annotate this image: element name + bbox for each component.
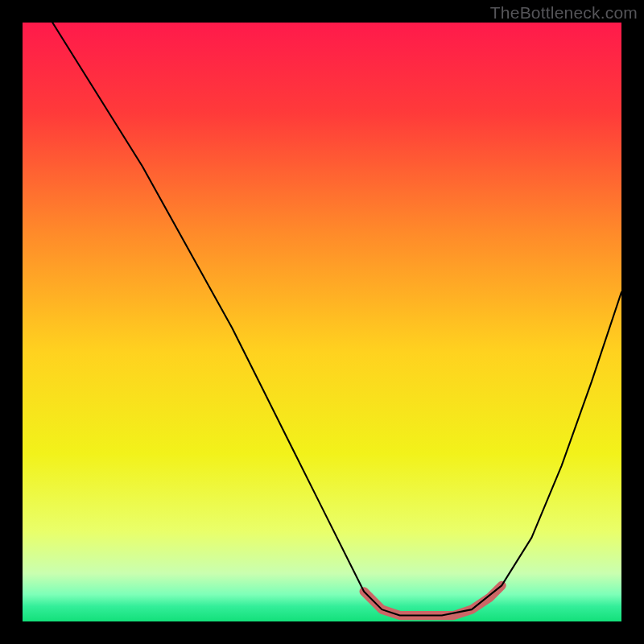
plot-area [23,23,621,621]
main-curve-path [52,23,621,616]
curve-layer [23,23,621,621]
chart-frame: TheBottleneck.com [0,0,644,644]
watermark-text: TheBottleneck.com [490,3,638,23]
